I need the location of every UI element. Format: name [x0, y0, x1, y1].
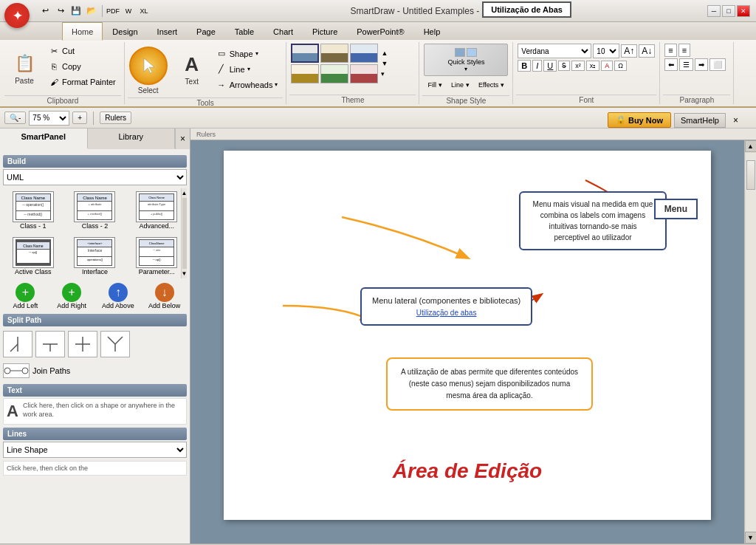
- zoom-in-btn[interactable]: +: [72, 112, 87, 124]
- justify-button[interactable]: ⬜: [709, 58, 726, 71]
- maximize-button[interactable]: □: [722, 5, 735, 17]
- excel-btn[interactable]: XL: [137, 4, 151, 18]
- split-icon-2[interactable]: [35, 331, 65, 357]
- select-button[interactable]: [129, 47, 168, 85]
- theme-swatch-4[interactable]: [291, 64, 319, 83]
- shape-button[interactable]: ▭ Shape ▾: [212, 47, 282, 61]
- line-dropdown-icon[interactable]: ▾: [247, 66, 250, 72]
- shape-item-advanced[interactable]: Class Name attribute:Type + public() Adv…: [126, 188, 187, 233]
- tab-smartpanel[interactable]: SmartPanel: [0, 128, 88, 149]
- theme-down-btn[interactable]: ▼: [379, 58, 390, 69]
- word-btn[interactable]: W: [122, 4, 135, 18]
- shape-item-class2[interactable]: Class Name + attribute + method() Class …: [65, 188, 126, 233]
- panel-close-button[interactable]: ×: [175, 128, 190, 149]
- theme-swatch-3[interactable]: [350, 44, 378, 63]
- zoom-select[interactable]: 75 % 100 % 50 %: [29, 111, 69, 126]
- superscript-button[interactable]: x²: [571, 61, 585, 71]
- scroll-down-button[interactable]: ▼: [745, 532, 757, 544]
- join-paths-icon[interactable]: [3, 363, 30, 378]
- tab-page[interactable]: Page: [187, 22, 225, 40]
- italic-button[interactable]: I: [532, 60, 542, 72]
- tab-help[interactable]: Help: [414, 22, 450, 40]
- add-below-button[interactable]: ↓ Add Below: [142, 281, 187, 311]
- strikethrough-button[interactable]: S̶: [558, 61, 570, 71]
- uml-dropdown[interactable]: UML: [3, 169, 187, 185]
- bullet-list-button[interactable]: ≡: [664, 44, 676, 57]
- zoom-out-btn[interactable]: 🔍-: [4, 112, 26, 124]
- align-left-button[interactable]: ⬅: [664, 58, 678, 71]
- buy-now-button[interactable]: 🔒 Buy Now: [608, 112, 671, 128]
- tab-home[interactable]: Home: [62, 22, 103, 41]
- rulers-button[interactable]: Rulers: [100, 112, 131, 124]
- cut-button[interactable]: ✂ Cut: [44, 44, 120, 58]
- align-center-button[interactable]: ☰: [679, 58, 693, 71]
- theme-swatch-1[interactable]: [291, 44, 319, 63]
- text-instruction-row[interactable]: A Click here, then click on a shape or a…: [3, 398, 187, 425]
- line-dropdown[interactable]: ▾: [466, 81, 470, 89]
- font-highlight-button[interactable]: Ω: [614, 61, 627, 71]
- text-button[interactable]: A Text: [173, 45, 210, 94]
- font-size-select[interactable]: 10: [593, 44, 619, 58]
- shape-scroll-up[interactable]: ▲: [182, 190, 188, 196]
- arrowheads-button[interactable]: → Arrowheads ▾: [212, 78, 282, 92]
- split-icon-3[interactable]: [68, 331, 97, 357]
- fill-dropdown[interactable]: ▾: [439, 81, 442, 89]
- format-painter-button[interactable]: 🖌 Format Painter: [44, 75, 120, 89]
- minimize-button[interactable]: ─: [707, 5, 721, 17]
- line-style-button[interactable]: Line▾: [447, 78, 473, 92]
- quick-styles-arrow[interactable]: ▾: [464, 66, 467, 72]
- tab-library[interactable]: Library: [88, 128, 176, 149]
- effects-button[interactable]: Effects▾: [475, 78, 508, 92]
- numbered-list-button[interactable]: ≡: [678, 44, 690, 57]
- underline-button[interactable]: U: [543, 60, 557, 72]
- add-right-button[interactable]: + Add Right: [49, 281, 94, 311]
- line-shape-select[interactable]: Line Shape: [3, 442, 187, 458]
- scroll-thumb[interactable]: [746, 160, 755, 190]
- font-name-select[interactable]: Verdana: [518, 44, 591, 58]
- undo-button[interactable]: ↩: [38, 4, 52, 18]
- tab-table[interactable]: Table: [225, 22, 264, 40]
- theme-swatch-2[interactable]: [320, 44, 348, 63]
- theme-up-btn[interactable]: ▲: [379, 48, 390, 58]
- tab-powerpoint[interactable]: PowerPoint®: [347, 22, 413, 40]
- save-button[interactable]: 💾: [69, 4, 83, 18]
- add-above-button[interactable]: ↑ Add Above: [96, 281, 141, 311]
- shape-item-interface[interactable]: «interface» Interface operations() Inter…: [65, 234, 126, 278]
- quick-styles-button[interactable]: Quick Styles ▾: [424, 44, 508, 76]
- theme-expand-btn[interactable]: ▾: [379, 69, 390, 79]
- tab-chart[interactable]: Chart: [264, 22, 303, 40]
- arrowheads-dropdown-icon[interactable]: ▾: [275, 81, 278, 88]
- canvas-scroll[interactable]: Menu mais visual na medida em que combin…: [190, 140, 744, 544]
- subscript-button[interactable]: x₂: [586, 61, 600, 71]
- redo-button[interactable]: ↪: [54, 4, 67, 18]
- theme-swatch-5[interactable]: [320, 64, 348, 83]
- tab-picture[interactable]: Picture: [303, 22, 347, 40]
- fill-button[interactable]: Fill▾: [424, 78, 446, 92]
- add-left-button[interactable]: + Add Left: [3, 281, 48, 311]
- shape-scroll-down[interactable]: ▼: [182, 270, 188, 277]
- bold-button[interactable]: B: [518, 60, 531, 72]
- copy-button[interactable]: ⎘ Copy: [44, 59, 120, 74]
- pdf-btn[interactable]: PDF: [106, 4, 120, 18]
- font-grow-btn[interactable]: A↑: [621, 44, 637, 58]
- smarthelp-button[interactable]: SmartHelp: [674, 113, 726, 128]
- shape-item-parameter[interactable]: ClassName ─ attr ─ op() Parameter...: [126, 234, 187, 278]
- shape-item-class1[interactable]: Class Name ─ operation() ─ method() Clas…: [3, 188, 63, 233]
- tab-insert[interactable]: Insert: [148, 22, 188, 40]
- open-button[interactable]: 📂: [85, 4, 98, 18]
- line-button[interactable]: ╱ Line ▾: [212, 62, 282, 77]
- font-shrink-btn[interactable]: A↓: [639, 44, 655, 58]
- theme-swatch-6[interactable]: [350, 64, 378, 83]
- tab-design[interactable]: Design: [103, 22, 147, 40]
- shape-item-active-class[interactable]: Class Name ─ op() Active Class: [3, 234, 63, 278]
- shape-dropdown-icon[interactable]: ▾: [255, 50, 258, 57]
- font-color-button[interactable]: A: [601, 61, 613, 71]
- top-bar-close-button[interactable]: ×: [729, 114, 743, 127]
- scroll-up-button[interactable]: ▲: [745, 140, 757, 152]
- close-button[interactable]: ✕: [737, 5, 750, 17]
- split-icon-1[interactable]: [3, 331, 32, 357]
- effects-dropdown[interactable]: ▾: [501, 81, 504, 89]
- align-right-button[interactable]: ➡: [695, 58, 708, 71]
- office-button[interactable]: ✦: [4, 3, 30, 28]
- split-icon-4[interactable]: [100, 331, 130, 357]
